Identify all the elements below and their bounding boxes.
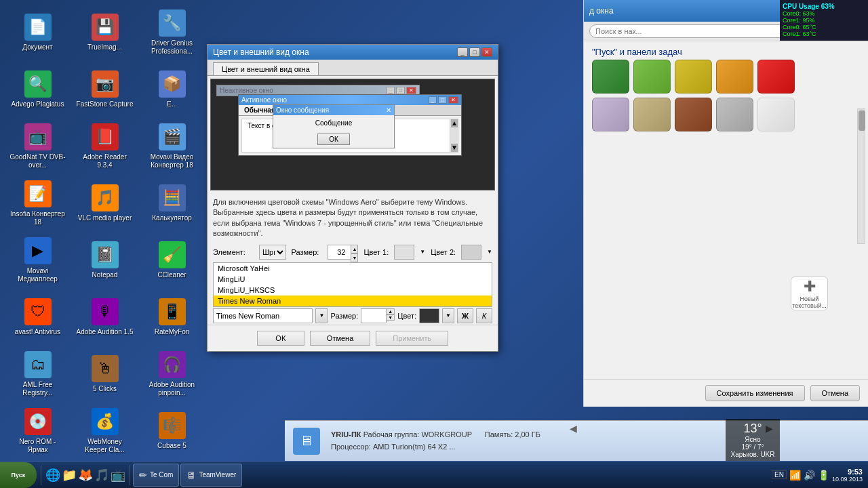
font-item-2[interactable]: MingLiU — [214, 274, 492, 285]
inactive-min[interactable]: _ — [387, 87, 395, 94]
font-color-dropdown[interactable]: ▼ — [442, 308, 454, 323]
icon-webmoney[interactable]: 💰 WebMoney Keeper Cla... — [73, 404, 137, 458]
icon-5clicks-label: 5 Clicks — [93, 385, 117, 393]
icon-5clicks[interactable]: 🖱 5 Clicks — [73, 347, 137, 401]
icon-notepad[interactable]: 📓 Notepad — [73, 233, 137, 287]
bold-button[interactable]: Ж — [457, 308, 473, 323]
color-swatch-2[interactable] — [633, 60, 671, 94]
bottom-info-bar: 🖥 YRIU-ПК Рабочая группа: WORKGROUP Памя… — [285, 420, 868, 461]
new-theme-button[interactable]: ✚ Новый текстовый... — [791, 277, 828, 310]
scroll-left-btn[interactable]: ◀ — [570, 423, 577, 434]
icon-audition2[interactable]: 🎧 Adobe Audition pinpoin... — [140, 347, 204, 401]
icon-ccleaner-label: CCleaner — [157, 271, 186, 279]
element-select[interactable]: Шрифт сообщения — [259, 245, 286, 260]
italic-button[interactable]: К — [476, 308, 492, 323]
icon-e[interactable]: 📦 Е... — [140, 62, 204, 117]
message-ok-button[interactable]: ОК — [317, 134, 350, 145]
font-item-1[interactable]: Microsoft YaHei — [214, 263, 492, 274]
icon-driver[interactable]: 🔧 Driver Genius Professiona... — [140, 5, 204, 60]
active-close[interactable]: ✕ — [448, 96, 458, 104]
icon-faststone[interactable]: 📷 FastStone Capture — [73, 62, 137, 117]
right-panel-cancel-button[interactable]: Отмена — [810, 385, 860, 401]
quick-ie-icon[interactable]: 🌐 — [45, 468, 60, 483]
dialog-cancel-button[interactable]: Отмена — [310, 331, 370, 346]
dialog-titlebar-buttons: _ □ ✕ — [457, 47, 492, 57]
clock-area[interactable]: 9:53 10.09.2013 — [832, 468, 863, 483]
color1-btn[interactable] — [394, 245, 414, 260]
icon-ratemyfon[interactable]: 📱 RateMyFon — [140, 290, 204, 344]
inactive-close[interactable]: ✕ — [406, 87, 416, 94]
color2-btn[interactable] — [461, 245, 481, 260]
color-swatch-7[interactable] — [633, 98, 671, 131]
color1-dropdown[interactable]: ▼ — [420, 249, 425, 255]
dialog-maximize-btn[interactable]: □ — [469, 47, 480, 57]
right-panel: д окна _ □ ✕ 🔍 ➤ "Пуск" и панели задач — [583, 0, 868, 407]
color-swatch-6[interactable] — [592, 98, 629, 131]
icon-ccleaner[interactable]: 🧹 CCleaner — [140, 233, 204, 287]
inactive-max[interactable]: □ — [396, 87, 405, 94]
icon-avast[interactable]: 🛡 avast! Antivirus — [5, 290, 70, 344]
icon-movavi[interactable]: 🎬 Movavi Видео Конвертер 18 — [140, 119, 204, 174]
icon-advego[interactable]: 🔍 Advego Plagiatus — [5, 62, 70, 117]
font-color-btn[interactable] — [419, 308, 439, 323]
lang-indicator[interactable]: EN — [772, 470, 787, 479]
size-down-btn[interactable]: ▼ — [351, 253, 358, 262]
font-select-row: Times New Roman ▼ Размер: 8 ▲ ▼ Цвет: ▼ … — [213, 308, 492, 323]
cpu-label: CPU Usage — [783, 3, 819, 10]
font-item-4-selected[interactable]: Times New Roman — [214, 296, 492, 306]
dialog-close-btn[interactable]: ✕ — [481, 47, 492, 57]
quick-firefox-icon[interactable]: 🦊 — [78, 468, 93, 483]
quick-media-icon[interactable]: 📺 — [111, 468, 125, 483]
active-min[interactable]: _ — [429, 96, 437, 104]
color-swatch-10[interactable] — [757, 98, 795, 131]
element-row: Элемент: Шрифт сообщения Размер: ▲ ▼ Цве… — [208, 243, 498, 261]
icon-amlfree[interactable]: 🗂 AML Free Registry... — [5, 347, 70, 401]
font-dropdown-list: Microsoft YaHei MingLiU MingLiU_HKSCS Ti… — [213, 262, 492, 307]
font-item-3[interactable]: MingLiU_HKSCS — [214, 285, 492, 296]
desktop-icons-area: 📄 Документ 💾 TrueImag... 🔧 Driver Genius… — [0, 0, 217, 434]
clock-time: 9:53 — [848, 468, 863, 476]
icon-insofia[interactable]: 📝 Insofia Конвертер 18 — [5, 176, 70, 230]
tab-color-appearance[interactable]: Цвет и внешний вид окна — [213, 62, 319, 75]
size-up-btn[interactable]: ▲ — [351, 245, 358, 253]
icon-trueimage[interactable]: 💾 TrueImag... — [73, 5, 137, 60]
color-swatch-9[interactable] — [716, 98, 753, 131]
color-swatch-4[interactable] — [716, 60, 753, 94]
font-size-up[interactable]: ▲ — [386, 308, 395, 314]
message-close-icon[interactable]: ✕ — [386, 106, 391, 114]
quick-winamp-icon[interactable]: 🎵 — [94, 468, 109, 483]
font-size-input[interactable]: 8 — [361, 308, 387, 323]
icon-calc[interactable]: 🧮 Калькулятор — [140, 176, 204, 230]
dialog-minimize-btn[interactable]: _ — [457, 47, 468, 57]
font-dropdown-arrow[interactable]: ▼ — [315, 308, 328, 323]
icon-movavi2[interactable]: ▶ Movavi Медиаплеер — [5, 233, 70, 287]
active-max[interactable]: □ — [438, 96, 447, 104]
icon-avast-label: avast! Antivirus — [15, 328, 60, 336]
color2-dropdown[interactable]: ▼ — [487, 249, 492, 255]
color-swatch-1[interactable] — [592, 60, 629, 94]
icon-audition[interactable]: 🎙 Adobe Audition 1.5 — [73, 290, 137, 344]
icon-vlc[interactable]: 🎵 VLC media player — [73, 176, 137, 230]
icon-goodnat[interactable]: 📺 GoodNat TV DVB-over... — [5, 119, 70, 174]
taskbar-item-teamviewer[interactable]: 🖥 TeamViewer — [180, 464, 242, 487]
taskbar-item-tecom[interactable]: ✏ Te Com — [133, 464, 179, 487]
right-panel-scrollbar[interactable] — [857, 108, 865, 244]
icon-doc[interactable]: 📄 Документ — [5, 5, 70, 60]
color-swatch-5[interactable] — [757, 60, 795, 94]
dialog-title: Цвет и внешний вид окна — [213, 47, 309, 57]
dialog-apply-button[interactable]: Применить — [376, 331, 448, 346]
text-scrollbar[interactable]: ▲ ▼ — [450, 119, 458, 152]
dialog-ok-button[interactable]: ОК — [257, 331, 304, 346]
icon-adobereader[interactable]: 📕 Adobe Reader 9.3.4 — [73, 119, 137, 174]
icon-driver-label: Driver Genius Professiona... — [143, 39, 201, 56]
color-swatch-8[interactable] — [675, 98, 712, 131]
font-size-down[interactable]: ▼ — [386, 314, 395, 321]
save-changes-button[interactable]: Сохранить изменения — [705, 385, 805, 401]
color-swatch-3[interactable] — [675, 60, 712, 94]
icon-nero[interactable]: 💿 Nero ROM - Ярмак — [5, 404, 70, 458]
quick-folder-icon[interactable]: 📁 — [62, 468, 77, 483]
scroll-thumb — [859, 110, 865, 131]
icon-cubase[interactable]: 🎼 Cubase 5 — [140, 404, 204, 458]
icon-adobereader-label: Adobe Reader 9.3.4 — [76, 153, 134, 169]
start-button[interactable]: Пуск — [0, 462, 37, 488]
